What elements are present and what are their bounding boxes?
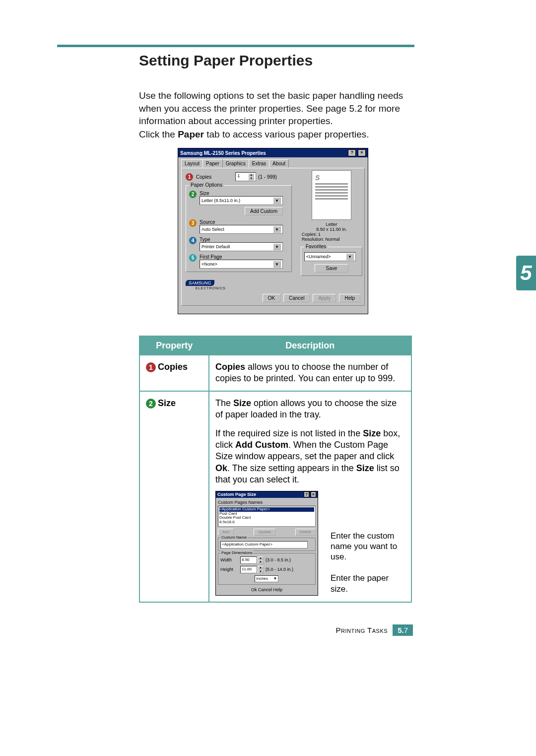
tab-body: 1 Copies 1 ▲ ▼ (1 - 999) Paper Options 2 — [181, 168, 365, 306]
close-icon[interactable]: × — [358, 149, 366, 156]
chevron-down-icon[interactable]: ▼ — [273, 261, 281, 268]
callout-1-icon: 1 — [186, 173, 193, 181]
page-footer: Printing Tasks 5.7 — [336, 624, 413, 636]
footer-page-num: 7 — [404, 626, 408, 634]
prop-name-size: Size — [158, 398, 176, 408]
cps-ok-button[interactable]: Ok — [251, 587, 257, 592]
copies-label: Copies — [196, 174, 211, 180]
tab-about[interactable]: About — [269, 159, 289, 167]
cps-height-input[interactable]: 11.00 — [240, 566, 257, 573]
list-item[interactable]: 8.5x18.0 — [219, 520, 314, 525]
favorites-dropdown[interactable]: <Unnamed> ▼ — [304, 252, 356, 261]
size-value: Letter (8.5x11.0 in.) — [201, 198, 240, 203]
callout-5-icon: 5 — [189, 254, 197, 262]
preview-size1: Letter — [316, 222, 347, 227]
footer-page: 5.7 — [393, 624, 413, 636]
cancel-button[interactable]: Cancel — [283, 294, 310, 302]
cps-names-label: Custom Pages Names — [218, 500, 316, 506]
annotations: Enter the custom name you want to use. E… — [321, 491, 405, 594]
chevron-down-icon[interactable]: ▼ — [273, 243, 281, 250]
preview-copies: Copies: 1 — [302, 232, 321, 237]
preview-size2: 8.50 x 11.00 in. — [316, 227, 347, 232]
th-description: Description — [209, 336, 411, 355]
size-dropdown[interactable]: Letter (8.5x11.0 in.) ▼ — [200, 196, 283, 205]
ok-button[interactable]: OK — [263, 294, 280, 302]
cps-delete-button[interactable]: Delete — [295, 529, 316, 536]
help-icon[interactable]: ? — [348, 149, 356, 156]
brand-name: SAMSUNG — [186, 280, 214, 286]
tab-graphics[interactable]: Graphics — [222, 159, 249, 167]
cps-listbox[interactable]: <Application Custom Paper> Post Card Dou… — [218, 506, 316, 527]
paper-options-label: Paper Options — [189, 182, 224, 188]
properties-dialog: Samsung ML-2150 Series Properties ? × La… — [178, 148, 368, 314]
cps-height-label: Height — [220, 567, 238, 573]
chevron-down-icon[interactable]: ▼ — [346, 253, 354, 260]
cps-help-button[interactable]: Help — [273, 587, 283, 592]
tab-paper[interactable]: Paper — [202, 159, 223, 168]
help-icon[interactable]: ? — [304, 491, 310, 497]
close-icon[interactable]: × — [311, 491, 316, 497]
copies-up-icon[interactable]: ▲ — [248, 173, 254, 177]
type-value: Printer Default — [201, 244, 230, 249]
cps-custom-name-label: Custom Name — [220, 535, 248, 540]
chevron-down-icon[interactable]: ▼ — [273, 226, 281, 233]
cps-width-range: (3.0 - 8.5 in.) — [266, 557, 291, 563]
source-label: Source — [200, 219, 283, 225]
cps-units-value: Inches — [256, 576, 268, 581]
size-label: Size — [200, 191, 283, 196]
chapter-tab: 5 — [516, 256, 536, 290]
custom-page-dialog: Custom Page Size ? × Custom Pages Names … — [215, 491, 318, 596]
chevron-down-icon[interactable]: ▼ — [273, 197, 281, 204]
click-line-pre: Click the — [139, 129, 178, 139]
callout-4-icon: 4 — [189, 237, 197, 244]
footer-section: Printing Tasks — [336, 626, 388, 634]
spin-up-icon[interactable]: ▲ — [258, 556, 264, 560]
cps-units-dropdown[interactable]: Inches ▼ — [255, 575, 278, 582]
cps-width-input[interactable]: 8.50 — [240, 556, 257, 563]
page-title: Setting Paper Properties — [139, 52, 313, 69]
spin-up-icon[interactable]: ▲ — [258, 566, 264, 570]
callout-2-icon: 2 — [189, 191, 197, 198]
chevron-down-icon[interactable]: ▼ — [273, 576, 277, 581]
top-rule — [57, 45, 414, 47]
badge-2-icon: 2 — [146, 399, 156, 409]
spin-down-icon[interactable]: ▼ — [258, 560, 264, 564]
favorites-value: <Unnamed> — [306, 254, 331, 259]
preview-panel: S Letter 8.50 x 11.00 in. Copies: 1 Reso… — [302, 170, 361, 276]
property-table: Property Description 1Copies Copies allo… — [139, 336, 412, 603]
preview-resolution: Resolution: Normal — [302, 237, 340, 242]
firstpage-dropdown[interactable]: <None> ▼ — [200, 260, 283, 269]
annot-size: Enter the paper size. — [331, 573, 405, 594]
brand-sub: ELECTRONICS — [196, 286, 226, 290]
firstpage-value: <None> — [201, 262, 217, 267]
tab-extras[interactable]: Extras — [249, 159, 269, 167]
spin-down-icon[interactable]: ▼ — [258, 570, 264, 574]
source-dropdown[interactable]: Auto Select ▼ — [200, 225, 283, 234]
favorites-label: Favorites — [304, 244, 328, 249]
intro-text: Use the following options to set the bas… — [139, 89, 412, 128]
prop-copies: 1Copies — [139, 355, 209, 391]
preview-sheet-icon: S — [312, 170, 351, 220]
desc-size: The Size option allows you to choose the… — [209, 391, 411, 602]
dialog-titlebar: Samsung ML-2150 Series Properties ? × — [178, 148, 368, 157]
firstpage-label: First Page — [200, 254, 283, 260]
copies-down-icon[interactable]: ▼ — [248, 177, 254, 180]
cps-dims-label: Page Dimensions — [220, 550, 254, 555]
apply-button[interactable]: Apply — [313, 294, 336, 302]
cps-add-button[interactable]: Add — [218, 529, 234, 536]
save-button[interactable]: Save — [315, 264, 349, 273]
cps-cancel-button[interactable]: Cancel — [258, 587, 272, 592]
cps-update-button[interactable]: Update — [254, 529, 275, 536]
prop-name-copies: Copies — [158, 362, 188, 372]
prop-size: 2Size — [139, 391, 209, 602]
type-dropdown[interactable]: Printer Default ▼ — [200, 242, 283, 251]
cps-custom-name-input[interactable]: <Application Custom Paper> — [220, 541, 308, 548]
annot-name: Enter the custom name you want to use. — [331, 531, 405, 562]
copies-value: 1 — [237, 173, 240, 180]
copies-input[interactable]: 1 ▲ ▼ — [235, 172, 256, 181]
tab-layout[interactable]: Layout — [181, 159, 203, 167]
tab-strip: LayoutPaperGraphicsExtrasAbout — [178, 157, 368, 168]
add-custom-button[interactable]: Add Custom — [245, 207, 283, 215]
help-button[interactable]: Help — [339, 294, 360, 302]
footer-page-chapter: 5. — [398, 626, 404, 634]
